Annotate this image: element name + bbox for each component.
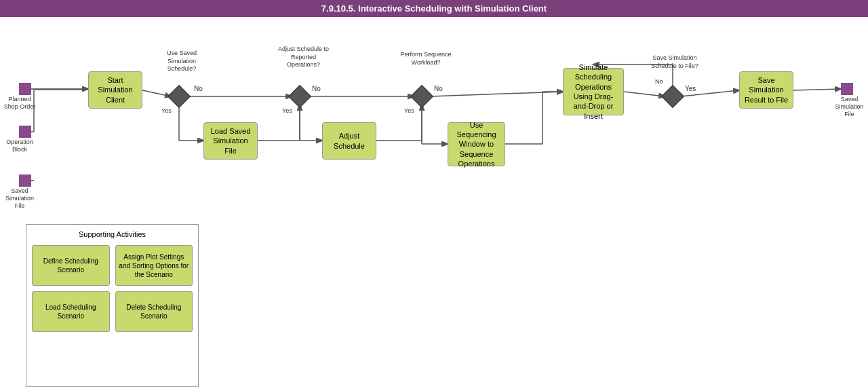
support-item-assign-plot[interactable]: Assign Plot Settings and Sorting Options…	[115, 245, 193, 286]
io-operation-block	[19, 126, 31, 138]
label-decision-sequence: Perform Sequence Workload?	[399, 51, 453, 67]
adjust-schedule[interactable]: Adjust Schedule	[322, 122, 376, 160]
label-operation-block: Operation Block	[3, 139, 37, 153]
label-saved-sim-input: Saved Simulation File	[3, 187, 37, 209]
label-planned-shop-order: Planned Shop Order	[3, 96, 37, 111]
flow-label-no1: No	[194, 85, 203, 92]
label-saved-sim-output: Saved Simulation File	[831, 96, 868, 117]
svg-line-22	[624, 92, 665, 96]
supporting-title: Supporting Activities	[32, 230, 193, 238]
start-simulation-client[interactable]: Start Simulation Client	[88, 71, 142, 109]
flow-label-yes3: Yes	[404, 107, 414, 114]
diagram-title: 7.9.10.5. Interactive Scheduling with Si…	[321, 3, 547, 14]
decision-perform-sequence	[410, 85, 433, 108]
use-sequencing-window[interactable]: Use Sequencing Window to Sequence Operat…	[448, 122, 505, 166]
simulate-scheduling-operations[interactable]: Simulate Scheduling Operations Using Dra…	[563, 68, 624, 115]
flow-label-no3: No	[434, 85, 443, 92]
save-simulation-result[interactable]: Save Simulation Result to File	[739, 71, 793, 109]
support-grid: Define Scheduling Scenario Assign Plot S…	[32, 245, 193, 332]
svg-line-16	[430, 92, 563, 96]
svg-line-26	[793, 89, 841, 90]
support-item-define[interactable]: Define Scheduling Scenario	[32, 245, 110, 286]
io-saved-sim-output	[841, 83, 853, 95]
label-decision-use-saved: Use Saved Simulation Schedule?	[155, 50, 209, 73]
load-saved-simulation-file[interactable]: Load Saved Simulation File	[203, 122, 258, 160]
flow-label-no2: No	[312, 85, 321, 92]
flow-label-yes1: Yes	[161, 107, 172, 114]
label-decision-save: Save Simulation Schedule to File?	[644, 54, 705, 70]
flow-label-no4: No	[655, 78, 663, 85]
main-area: Planned Shop Order Operation Block Saved…	[0, 17, 868, 386]
flow-label-yes4: Yes	[685, 85, 696, 92]
svg-line-5	[142, 90, 171, 96]
support-item-load-scheduling[interactable]: Load Scheduling Scenario	[32, 291, 110, 332]
diagram-container: 7.9.10.5. Interactive Scheduling with Si…	[0, 0, 868, 387]
supporting-activities-box: Supporting Activities Define Scheduling …	[26, 224, 199, 387]
decision-use-saved-schedule	[167, 85, 191, 108]
flow-label-yes2: Yes	[282, 107, 292, 114]
decision-adjust-schedule	[288, 85, 311, 108]
support-item-delete-scheduling[interactable]: Delete Scheduling Scenario	[115, 291, 193, 332]
io-planned-shop-order	[19, 83, 31, 95]
decision-save-schedule	[661, 85, 684, 108]
io-saved-sim-input	[19, 174, 31, 187]
label-decision-adjust: Adjust Schedule to Reported Operations?	[275, 45, 332, 69]
title-bar: 7.9.10.5. Interactive Scheduling with Si…	[0, 0, 868, 17]
